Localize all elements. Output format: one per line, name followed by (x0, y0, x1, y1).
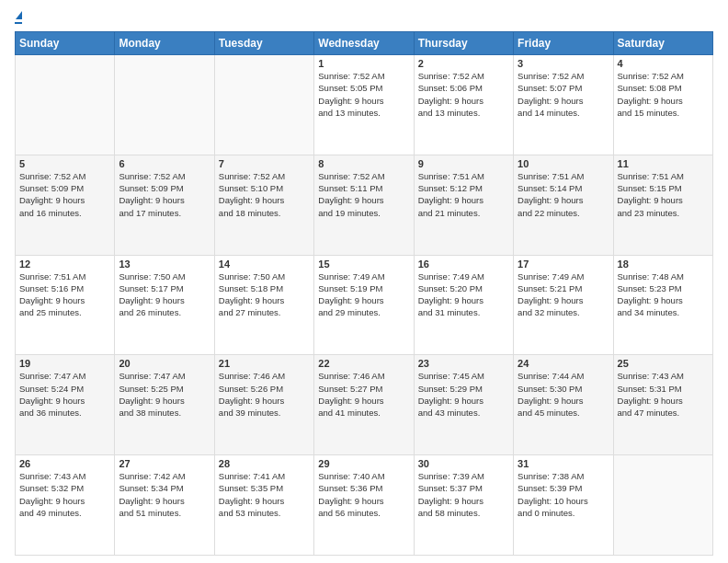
day-info: Sunrise: 7:49 AM Sunset: 5:21 PM Dayligh… (518, 270, 609, 319)
calendar-cell: 29Sunrise: 7:40 AM Sunset: 5:36 PM Dayli… (314, 455, 414, 556)
day-number: 18 (618, 259, 709, 270)
weekday-header-sunday: Sunday (16, 32, 115, 55)
day-info: Sunrise: 7:46 AM Sunset: 5:26 PM Dayligh… (219, 370, 310, 419)
day-info: Sunrise: 7:51 AM Sunset: 5:16 PM Dayligh… (19, 270, 110, 319)
day-info: Sunrise: 7:44 AM Sunset: 5:30 PM Dayligh… (518, 370, 609, 419)
day-number: 17 (518, 259, 609, 270)
day-number: 29 (318, 458, 409, 469)
calendar-cell (613, 455, 712, 556)
day-info: Sunrise: 7:52 AM Sunset: 5:09 PM Dayligh… (119, 170, 210, 219)
calendar-cell: 18Sunrise: 7:48 AM Sunset: 5:23 PM Dayli… (613, 255, 712, 355)
weekday-header-wednesday: Wednesday (314, 32, 414, 55)
calendar-table: SundayMondayTuesdayWednesdayThursdayFrid… (15, 31, 713, 556)
calendar-week-2: 5Sunrise: 7:52 AM Sunset: 5:09 PM Daylig… (16, 155, 713, 255)
calendar-cell: 12Sunrise: 7:51 AM Sunset: 5:16 PM Dayli… (16, 255, 115, 355)
day-info: Sunrise: 7:49 AM Sunset: 5:19 PM Dayligh… (318, 270, 409, 319)
calendar-cell: 28Sunrise: 7:41 AM Sunset: 5:35 PM Dayli… (214, 455, 313, 556)
calendar-cell: 22Sunrise: 7:46 AM Sunset: 5:27 PM Dayli… (314, 355, 414, 455)
calendar-cell: 31Sunrise: 7:38 AM Sunset: 5:39 PM Dayli… (514, 455, 613, 556)
calendar-cell (16, 55, 115, 155)
page: SundayMondayTuesdayWednesdayThursdayFrid… (0, 0, 728, 563)
day-number: 16 (418, 259, 509, 270)
day-number: 14 (219, 259, 310, 270)
day-number: 7 (219, 158, 310, 169)
day-number: 30 (418, 458, 509, 469)
day-info: Sunrise: 7:43 AM Sunset: 5:31 PM Dayligh… (618, 370, 709, 419)
day-number: 22 (318, 358, 409, 369)
calendar-cell: 13Sunrise: 7:50 AM Sunset: 5:17 PM Dayli… (115, 255, 214, 355)
day-info: Sunrise: 7:52 AM Sunset: 5:05 PM Dayligh… (318, 70, 409, 119)
calendar-cell: 24Sunrise: 7:44 AM Sunset: 5:30 PM Dayli… (514, 355, 613, 455)
day-info: Sunrise: 7:52 AM Sunset: 5:09 PM Dayligh… (19, 170, 110, 219)
day-number: 5 (19, 158, 110, 169)
day-number: 6 (119, 158, 210, 169)
day-number: 12 (19, 259, 110, 270)
day-number: 11 (618, 158, 709, 169)
day-info: Sunrise: 7:51 AM Sunset: 5:12 PM Dayligh… (418, 170, 509, 219)
day-info: Sunrise: 7:38 AM Sunset: 5:39 PM Dayligh… (518, 470, 609, 519)
calendar-cell: 27Sunrise: 7:42 AM Sunset: 5:34 PM Dayli… (115, 455, 214, 556)
day-info: Sunrise: 7:47 AM Sunset: 5:25 PM Dayligh… (119, 370, 210, 419)
day-info: Sunrise: 7:50 AM Sunset: 5:17 PM Dayligh… (119, 270, 210, 319)
day-number: 26 (19, 458, 110, 469)
day-info: Sunrise: 7:47 AM Sunset: 5:24 PM Dayligh… (19, 370, 110, 419)
day-number: 19 (19, 358, 110, 369)
day-info: Sunrise: 7:43 AM Sunset: 5:32 PM Dayligh… (19, 470, 110, 519)
day-number: 23 (418, 358, 509, 369)
weekday-header-friday: Friday (514, 32, 613, 55)
calendar-cell: 19Sunrise: 7:47 AM Sunset: 5:24 PM Dayli… (16, 355, 115, 455)
day-info: Sunrise: 7:52 AM Sunset: 5:11 PM Dayligh… (318, 170, 409, 219)
day-number: 27 (119, 458, 210, 469)
calendar-cell: 25Sunrise: 7:43 AM Sunset: 5:31 PM Dayli… (613, 355, 712, 455)
calendar-week-3: 12Sunrise: 7:51 AM Sunset: 5:16 PM Dayli… (16, 255, 713, 355)
calendar-cell: 2Sunrise: 7:52 AM Sunset: 5:06 PM Daylig… (414, 55, 513, 155)
calendar-cell: 1Sunrise: 7:52 AM Sunset: 5:05 PM Daylig… (314, 55, 414, 155)
header (15, 11, 713, 24)
calendar-cell: 30Sunrise: 7:39 AM Sunset: 5:37 PM Dayli… (414, 455, 513, 556)
calendar-cell: 3Sunrise: 7:52 AM Sunset: 5:07 PM Daylig… (514, 55, 613, 155)
day-info: Sunrise: 7:39 AM Sunset: 5:37 PM Dayligh… (418, 470, 509, 519)
calendar-cell: 8Sunrise: 7:52 AM Sunset: 5:11 PM Daylig… (314, 155, 414, 255)
day-info: Sunrise: 7:52 AM Sunset: 5:08 PM Dayligh… (618, 70, 709, 119)
logo-underline (15, 22, 22, 24)
day-info: Sunrise: 7:51 AM Sunset: 5:15 PM Dayligh… (618, 170, 709, 219)
day-info: Sunrise: 7:49 AM Sunset: 5:20 PM Dayligh… (418, 270, 509, 319)
day-number: 21 (219, 358, 310, 369)
day-info: Sunrise: 7:50 AM Sunset: 5:18 PM Dayligh… (219, 270, 310, 319)
calendar-cell: 20Sunrise: 7:47 AM Sunset: 5:25 PM Dayli… (115, 355, 214, 455)
day-number: 9 (418, 158, 509, 169)
day-number: 4 (618, 58, 709, 69)
day-number: 2 (418, 58, 509, 69)
day-number: 1 (318, 58, 409, 69)
calendar-cell: 5Sunrise: 7:52 AM Sunset: 5:09 PM Daylig… (16, 155, 115, 255)
day-number: 25 (618, 358, 709, 369)
day-info: Sunrise: 7:52 AM Sunset: 5:06 PM Dayligh… (418, 70, 509, 119)
day-number: 28 (219, 458, 310, 469)
calendar-cell: 14Sunrise: 7:50 AM Sunset: 5:18 PM Dayli… (214, 255, 313, 355)
weekday-header-thursday: Thursday (414, 32, 513, 55)
calendar-cell (214, 55, 313, 155)
day-number: 8 (318, 158, 409, 169)
calendar-week-5: 26Sunrise: 7:43 AM Sunset: 5:32 PM Dayli… (16, 455, 713, 556)
day-number: 24 (518, 358, 609, 369)
day-number: 13 (119, 259, 210, 270)
calendar-cell: 17Sunrise: 7:49 AM Sunset: 5:21 PM Dayli… (514, 255, 613, 355)
day-info: Sunrise: 7:51 AM Sunset: 5:14 PM Dayligh… (518, 170, 609, 219)
weekday-header-monday: Monday (115, 32, 214, 55)
weekday-header-tuesday: Tuesday (214, 32, 313, 55)
day-info: Sunrise: 7:40 AM Sunset: 5:36 PM Dayligh… (318, 470, 409, 519)
logo-triangle-icon (16, 11, 22, 19)
calendar-cell: 16Sunrise: 7:49 AM Sunset: 5:20 PM Dayli… (414, 255, 513, 355)
calendar-cell: 10Sunrise: 7:51 AM Sunset: 5:14 PM Dayli… (514, 155, 613, 255)
calendar-cell: 26Sunrise: 7:43 AM Sunset: 5:32 PM Dayli… (16, 455, 115, 556)
calendar-cell: 6Sunrise: 7:52 AM Sunset: 5:09 PM Daylig… (115, 155, 214, 255)
day-info: Sunrise: 7:52 AM Sunset: 5:07 PM Dayligh… (518, 70, 609, 119)
day-info: Sunrise: 7:41 AM Sunset: 5:35 PM Dayligh… (219, 470, 310, 519)
day-info: Sunrise: 7:45 AM Sunset: 5:29 PM Dayligh… (418, 370, 509, 419)
calendar-cell: 23Sunrise: 7:45 AM Sunset: 5:29 PM Dayli… (414, 355, 513, 455)
day-info: Sunrise: 7:48 AM Sunset: 5:23 PM Dayligh… (618, 270, 709, 319)
calendar-week-4: 19Sunrise: 7:47 AM Sunset: 5:24 PM Dayli… (16, 355, 713, 455)
calendar-cell: 7Sunrise: 7:52 AM Sunset: 5:10 PM Daylig… (214, 155, 313, 255)
day-info: Sunrise: 7:46 AM Sunset: 5:27 PM Dayligh… (318, 370, 409, 419)
logo (15, 11, 22, 24)
